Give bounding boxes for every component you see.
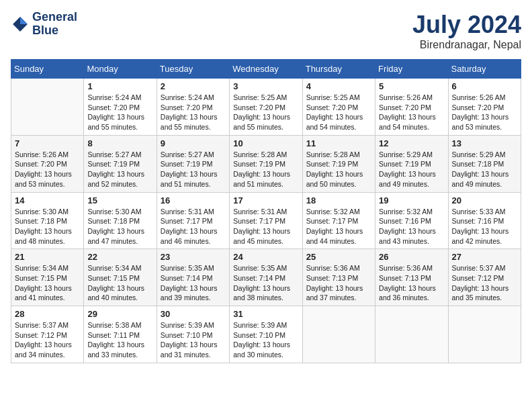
day-number: 21: [15, 252, 80, 262]
day-number: 3: [233, 81, 298, 91]
calendar-cell: 20Sunrise: 5:33 AMSunset: 7:16 PMDayligh…: [448, 192, 521, 249]
calendar-cell: 24Sunrise: 5:35 AMSunset: 7:14 PMDayligh…: [230, 249, 302, 306]
calendar-week-5: 28Sunrise: 5:37 AMSunset: 7:12 PMDayligh…: [11, 306, 521, 363]
day-number: 1: [87, 81, 152, 91]
day-info: Sunrise: 5:37 AMSunset: 7:12 PMDaylight:…: [452, 263, 517, 303]
calendar-cell: 3Sunrise: 5:25 AMSunset: 7:20 PMDaylight…: [230, 79, 302, 136]
day-info: Sunrise: 5:30 AMSunset: 7:18 PMDaylight:…: [87, 207, 152, 246]
weekday-header-thursday: Thursday: [302, 60, 375, 79]
day-info: Sunrise: 5:32 AMSunset: 7:17 PMDaylight:…: [306, 207, 371, 246]
page-header: General Blue July 2024 Birendranagar, Ne…: [11, 11, 521, 51]
calendar-cell: [11, 79, 84, 136]
calendar-cell: [448, 306, 521, 363]
weekday-header-friday: Friday: [375, 60, 448, 79]
calendar-cell: 15Sunrise: 5:30 AMSunset: 7:18 PMDayligh…: [84, 192, 157, 249]
calendar-cell: 28Sunrise: 5:37 AMSunset: 7:12 PMDayligh…: [11, 306, 84, 363]
day-info: Sunrise: 5:34 AMSunset: 7:15 PMDaylight:…: [15, 263, 80, 303]
day-info: Sunrise: 5:26 AMSunset: 7:20 PMDaylight:…: [15, 150, 80, 189]
calendar-cell: 8Sunrise: 5:27 AMSunset: 7:19 PMDaylight…: [84, 135, 157, 192]
day-info: Sunrise: 5:29 AMSunset: 7:18 PMDaylight:…: [452, 150, 517, 189]
day-info: Sunrise: 5:30 AMSunset: 7:18 PMDaylight:…: [15, 207, 80, 246]
day-number: 14: [15, 195, 80, 205]
day-number: 19: [379, 195, 444, 205]
calendar-cell: 26Sunrise: 5:36 AMSunset: 7:13 PMDayligh…: [375, 249, 448, 306]
weekday-header-row: SundayMondayTuesdayWednesdayThursdayFrid…: [11, 60, 521, 79]
calendar-cell: 12Sunrise: 5:29 AMSunset: 7:19 PMDayligh…: [375, 135, 448, 192]
day-info: Sunrise: 5:39 AMSunset: 7:10 PMDaylight:…: [233, 320, 298, 360]
day-number: 25: [306, 252, 371, 262]
day-number: 4: [306, 81, 371, 91]
day-number: 31: [233, 309, 298, 319]
calendar-cell: 7Sunrise: 5:26 AMSunset: 7:20 PMDaylight…: [11, 135, 84, 192]
day-number: 9: [161, 138, 226, 148]
calendar-cell: 16Sunrise: 5:31 AMSunset: 7:17 PMDayligh…: [157, 192, 229, 249]
calendar-cell: 18Sunrise: 5:32 AMSunset: 7:17 PMDayligh…: [302, 192, 375, 249]
location: Birendranagar, Nepal: [412, 39, 521, 51]
day-number: 12: [379, 138, 444, 148]
calendar-cell: 25Sunrise: 5:36 AMSunset: 7:13 PMDayligh…: [302, 249, 375, 306]
weekday-header-wednesday: Wednesday: [230, 60, 302, 79]
day-info: Sunrise: 5:28 AMSunset: 7:19 PMDaylight:…: [233, 150, 298, 189]
day-info: Sunrise: 5:39 AMSunset: 7:10 PMDaylight:…: [161, 320, 226, 360]
calendar-cell: 21Sunrise: 5:34 AMSunset: 7:15 PMDayligh…: [11, 249, 84, 306]
day-info: Sunrise: 5:24 AMSunset: 7:20 PMDaylight:…: [161, 93, 226, 132]
day-info: Sunrise: 5:24 AMSunset: 7:20 PMDaylight:…: [87, 93, 152, 132]
weekday-header-sunday: Sunday: [11, 60, 84, 79]
title-area: July 2024 Birendranagar, Nepal: [412, 11, 521, 51]
calendar-cell: 27Sunrise: 5:37 AMSunset: 7:12 PMDayligh…: [448, 249, 521, 306]
calendar-week-2: 7Sunrise: 5:26 AMSunset: 7:20 PMDaylight…: [11, 135, 521, 192]
day-info: Sunrise: 5:37 AMSunset: 7:12 PMDaylight:…: [15, 320, 80, 360]
weekday-header-tuesday: Tuesday: [157, 60, 229, 79]
day-number: 10: [233, 138, 298, 148]
day-number: 5: [379, 81, 444, 91]
day-number: 24: [233, 252, 298, 262]
calendar-cell: 1Sunrise: 5:24 AMSunset: 7:20 PMDaylight…: [84, 79, 157, 136]
calendar-cell: 9Sunrise: 5:27 AMSunset: 7:19 PMDaylight…: [157, 135, 229, 192]
day-number: 13: [452, 138, 517, 148]
calendar-week-1: 1Sunrise: 5:24 AMSunset: 7:20 PMDaylight…: [11, 79, 521, 136]
day-info: Sunrise: 5:35 AMSunset: 7:14 PMDaylight:…: [233, 263, 298, 303]
calendar-cell: 19Sunrise: 5:32 AMSunset: 7:16 PMDayligh…: [375, 192, 448, 249]
calendar-cell: 14Sunrise: 5:30 AMSunset: 7:18 PMDayligh…: [11, 192, 84, 249]
day-number: 15: [87, 195, 152, 205]
logo-icon: [11, 15, 30, 34]
calendar-cell: 30Sunrise: 5:39 AMSunset: 7:10 PMDayligh…: [157, 306, 229, 363]
calendar-cell: 6Sunrise: 5:26 AMSunset: 7:20 PMDaylight…: [448, 79, 521, 136]
day-info: Sunrise: 5:32 AMSunset: 7:16 PMDaylight:…: [379, 207, 444, 246]
calendar-cell: [302, 306, 375, 363]
day-info: Sunrise: 5:27 AMSunset: 7:19 PMDaylight:…: [87, 150, 152, 189]
calendar-cell: 31Sunrise: 5:39 AMSunset: 7:10 PMDayligh…: [230, 306, 302, 363]
calendar-table: SundayMondayTuesdayWednesdayThursdayFrid…: [11, 59, 521, 363]
day-number: 8: [87, 138, 152, 148]
calendar-cell: 2Sunrise: 5:24 AMSunset: 7:20 PMDaylight…: [157, 79, 229, 136]
day-info: Sunrise: 5:38 AMSunset: 7:11 PMDaylight:…: [87, 320, 152, 360]
calendar-cell: 4Sunrise: 5:25 AMSunset: 7:20 PMDaylight…: [302, 79, 375, 136]
calendar-cell: 29Sunrise: 5:38 AMSunset: 7:11 PMDayligh…: [84, 306, 157, 363]
day-info: Sunrise: 5:33 AMSunset: 7:16 PMDaylight:…: [452, 207, 517, 246]
day-number: 16: [161, 195, 226, 205]
day-number: 2: [161, 81, 226, 91]
weekday-header-saturday: Saturday: [448, 60, 521, 79]
calendar-cell: 11Sunrise: 5:28 AMSunset: 7:19 PMDayligh…: [302, 135, 375, 192]
day-info: Sunrise: 5:26 AMSunset: 7:20 PMDaylight:…: [379, 93, 444, 132]
svg-marker-1: [20, 17, 28, 24]
day-number: 23: [161, 252, 226, 262]
day-info: Sunrise: 5:35 AMSunset: 7:14 PMDaylight:…: [161, 263, 226, 303]
calendar-cell: 13Sunrise: 5:29 AMSunset: 7:18 PMDayligh…: [448, 135, 521, 192]
calendar-cell: 23Sunrise: 5:35 AMSunset: 7:14 PMDayligh…: [157, 249, 229, 306]
day-info: Sunrise: 5:29 AMSunset: 7:19 PMDaylight:…: [379, 150, 444, 189]
day-info: Sunrise: 5:34 AMSunset: 7:15 PMDaylight:…: [87, 263, 152, 303]
day-info: Sunrise: 5:36 AMSunset: 7:13 PMDaylight:…: [379, 263, 444, 303]
day-info: Sunrise: 5:26 AMSunset: 7:20 PMDaylight:…: [452, 93, 517, 132]
month-title: July 2024: [412, 11, 521, 39]
calendar-cell: 10Sunrise: 5:28 AMSunset: 7:19 PMDayligh…: [230, 135, 302, 192]
logo: General Blue: [11, 11, 77, 38]
calendar-cell: [375, 306, 448, 363]
day-info: Sunrise: 5:25 AMSunset: 7:20 PMDaylight:…: [233, 93, 298, 132]
day-number: 11: [306, 138, 371, 148]
day-number: 7: [15, 138, 80, 148]
day-number: 30: [161, 309, 226, 319]
day-info: Sunrise: 5:28 AMSunset: 7:19 PMDaylight:…: [306, 150, 371, 189]
calendar-cell: 5Sunrise: 5:26 AMSunset: 7:20 PMDaylight…: [375, 79, 448, 136]
calendar-week-3: 14Sunrise: 5:30 AMSunset: 7:18 PMDayligh…: [11, 192, 521, 249]
